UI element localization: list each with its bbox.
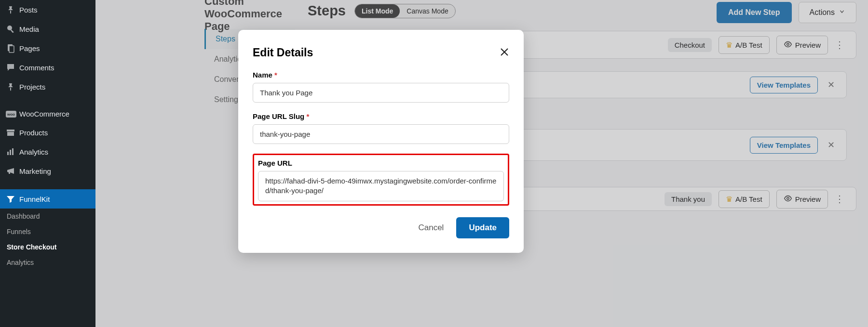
comment-icon <box>6 63 19 72</box>
svg-rect-6 <box>7 132 14 136</box>
svg-rect-5 <box>7 130 14 131</box>
url-label: Page URL <box>258 159 504 167</box>
sidebar-label: WooCommerce <box>19 110 69 118</box>
sidebar-label: Products <box>19 129 48 137</box>
sidebar-item-products[interactable]: Products <box>0 123 95 142</box>
sidebar-label: Comments <box>19 64 54 72</box>
media-icon <box>6 24 19 34</box>
woo-icon: woo <box>6 111 19 118</box>
sidebar-label: FunnelKit <box>19 195 50 203</box>
chart-bar-icon <box>6 147 19 157</box>
archive-icon <box>6 128 19 137</box>
cancel-button[interactable]: Cancel <box>418 223 444 233</box>
sidebar-item-marketing[interactable]: Marketing <box>0 161 95 181</box>
pin-icon <box>6 5 19 14</box>
submenu-dashboard[interactable]: Dashboard <box>0 209 95 224</box>
sidebar-label: Pages <box>19 44 40 52</box>
pages-icon <box>6 43 19 53</box>
sidebar-item-projects[interactable]: Projects <box>0 77 95 96</box>
sidebar-label: Media <box>19 25 39 33</box>
slug-input[interactable] <box>253 124 509 144</box>
name-input[interactable] <box>253 83 509 103</box>
megaphone-icon <box>6 166 19 176</box>
submenu-analytics[interactable]: Analytics <box>0 255 95 270</box>
close-icon[interactable] <box>499 46 510 61</box>
sidebar-item-pages[interactable]: Pages <box>0 39 95 58</box>
sidebar-label: Marketing <box>19 167 51 175</box>
modal-footer: Cancel Update <box>253 217 509 238</box>
name-label-text: Name <box>253 71 272 79</box>
sidebar-item-analytics[interactable]: Analytics <box>0 142 95 161</box>
page-url-highlight: Page URL https://fahad-divi-5-demo-49imw… <box>253 154 509 206</box>
sidebar-item-posts[interactable]: Posts <box>0 0 95 19</box>
sidebar-item-comments[interactable]: Comments <box>0 58 95 77</box>
pin-icon <box>6 82 19 92</box>
sidebar-label: Posts <box>19 6 38 14</box>
url-readonly-box: https://fahad-divi-5-demo-49imwx.mystagi… <box>258 171 504 201</box>
name-label: Name * <box>253 71 509 79</box>
slug-label: Page URL Slug * <box>253 112 509 120</box>
svg-rect-2 <box>9 46 14 52</box>
edit-details-modal: Edit Details Name * Page URL Slug * Page… <box>238 30 524 253</box>
sidebar-label: Analytics <box>19 148 48 156</box>
submenu-store-checkout[interactable]: Store Checkout <box>0 239 95 255</box>
sidebar-label: Projects <box>19 83 45 91</box>
slug-label-text: Page URL Slug <box>253 112 304 120</box>
svg-text:woo: woo <box>7 112 15 117</box>
funnelkit-icon <box>6 194 19 204</box>
svg-rect-8 <box>10 150 11 155</box>
submenu-funnels[interactable]: Funnels <box>0 224 95 239</box>
modal-title: Edit Details <box>253 46 509 59</box>
svg-rect-7 <box>7 152 9 155</box>
sidebar-item-woocommerce[interactable]: woo WooCommerce <box>0 105 95 123</box>
sidebar-item-media[interactable]: Media <box>0 19 95 39</box>
svg-rect-9 <box>12 148 14 155</box>
sidebar-item-funnelkit[interactable]: FunnelKit <box>0 189 95 209</box>
update-button[interactable]: Update <box>456 217 509 238</box>
wp-admin-sidebar: Posts Media Pages Comments Projects woo … <box>0 0 95 327</box>
